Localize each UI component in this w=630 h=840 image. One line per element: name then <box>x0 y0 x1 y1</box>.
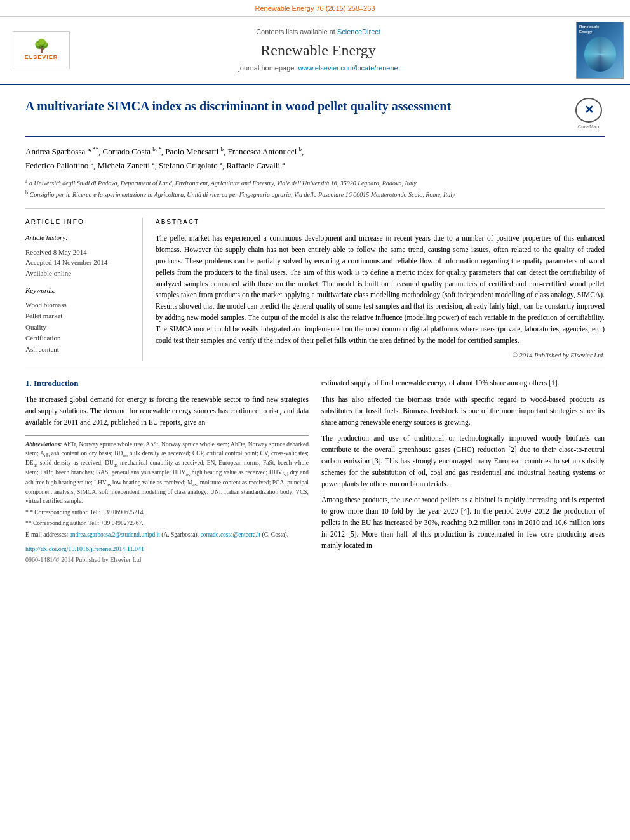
elsevier-wordmark: ELSEVIER <box>25 53 58 62</box>
tree-icon: 🌳 <box>34 39 50 52</box>
keyword-1: Wood biomass <box>25 300 133 311</box>
body-section: 1. Introduction The increased global dem… <box>25 378 605 564</box>
author-costa: Corrado Costa b, *, <box>102 147 163 156</box>
aff-sup-a: a <box>25 178 28 184</box>
keywords-title: Keywords: <box>25 286 133 295</box>
available-online: Available online <box>25 268 133 279</box>
elsevier-logo: 🌳 ELSEVIER <box>13 31 70 69</box>
contents-label: Contents lists available at <box>256 28 335 36</box>
intro-para-5: Among these products, the use of wood pe… <box>321 495 605 551</box>
article-title: A multivariate SIMCA index as discrimina… <box>25 98 451 114</box>
author-grigolato: Stefano Grigolato a, <box>159 161 224 170</box>
journal-title-area: Contents lists available at ScienceDirec… <box>83 22 554 79</box>
corresponding-text-1: * Corresponding author. Tel.: +39 069067… <box>30 509 145 516</box>
contents-available-line: Contents lists available at ScienceDirec… <box>256 27 380 37</box>
crossmark-circle: ✕ <box>575 98 602 122</box>
author-menesatti: Paolo Menesatti b, <box>165 147 225 156</box>
affiliation-a: a a Università degli Studi di Padova, De… <box>25 178 605 188</box>
body-right-col: estimated supply of final renewable ener… <box>321 378 605 564</box>
copyright-line: © 2014 Published by Elsevier Ltd. <box>156 351 605 361</box>
doi-link[interactable]: http://dx.doi.org/10.1016/j.renene.2014.… <box>25 545 144 552</box>
affiliation-b: b Consiglio per la Ricerca e la sperimen… <box>25 189 605 199</box>
cover-graphic <box>584 37 616 72</box>
journal-header: 🌳 ELSEVIER Contents lists available at S… <box>0 17 630 85</box>
intro-number: 1. <box>25 378 32 388</box>
intro-title: 1. Introduction <box>25 378 309 389</box>
authors-section: Andrea Sgarbossa a, **, Corrado Costa b,… <box>25 144 605 172</box>
affiliation-b-text: Consiglio per la Ricerca e la sperimenta… <box>30 191 455 198</box>
abbreviations-block: Abbreviations: AbTr, Norway spruce whole… <box>25 441 309 506</box>
author-zanetti: Michela Zanetti a, <box>98 161 157 170</box>
doi-section: http://dx.doi.org/10.1016/j.renene.2014.… <box>25 545 309 554</box>
received-date: Received 8 May 2014 <box>25 247 133 258</box>
intro-para-4: The production and use of traditional or… <box>321 433 605 490</box>
keywords-section: Keywords: Wood biomass Pellet market Qua… <box>25 286 133 355</box>
affiliation-a-text: a Università degli Studi di Padova, Depa… <box>29 180 417 187</box>
author-sgarbossa: Andrea Sgarbossa a, **, <box>25 147 100 156</box>
email-label: E-mail addresses: <box>25 531 68 538</box>
author-cavalli: Raffaele Cavalli a <box>227 161 285 170</box>
intro-para-3: This has also affected the biomass trade… <box>321 394 605 428</box>
crossmark-label: CrossMark <box>578 124 600 130</box>
abstract-header: ABSTRACT <box>156 218 605 227</box>
article-history-title: Article history: <box>25 233 133 243</box>
journal-cover-image: RenewableEnergy <box>576 22 624 79</box>
intro-label: Introduction <box>34 378 79 388</box>
email-sgarbossa-name: (A. Sgarbossa), <box>161 531 200 538</box>
main-content: A multivariate SIMCA index as discrimina… <box>0 85 630 583</box>
email-sgarbossa[interactable]: andrea.sgarbossa.2@studenti.unipd.it <box>70 531 160 538</box>
abbreviations-text: AbTr, Norway spruce whole tree; AbSt, No… <box>25 441 309 504</box>
journal-bar: Renewable Energy 76 (2015) 258–263 <box>0 0 630 17</box>
homepage-label: journal homepage: <box>238 64 296 72</box>
body-left-col: 1. Introduction The increased global dem… <box>25 378 309 564</box>
sciencedirect-link[interactable]: ScienceDirect <box>337 28 380 36</box>
crossmark-badge[interactable]: ✕ CrossMark <box>573 98 605 130</box>
intro-para-1: The increased global demand for energy i… <box>25 394 309 428</box>
corresponding-2: ** Corresponding author. Tel.: +39 04982… <box>25 519 309 528</box>
intro-para-2: estimated supply of final renewable ener… <box>321 378 605 389</box>
keyword-3: Quality <box>25 322 133 333</box>
homepage-line: journal homepage: www.elsevier.com/locat… <box>238 63 398 73</box>
accepted-date: Accepted 14 November 2014 <box>25 257 133 268</box>
two-column-section: ARTICLE INFO Article history: Received 8… <box>25 218 605 361</box>
corresponding-text-2: Corresponding author. Tel.: +39 04982727… <box>33 520 144 526</box>
abstract-column: ABSTRACT The pellet market has experienc… <box>156 218 605 361</box>
issn-line: 0960-1481/© 2014 Published by Elsevier L… <box>25 556 309 564</box>
article-title-section: A multivariate SIMCA index as discrimina… <box>25 98 605 137</box>
article-info-header: ARTICLE INFO <box>25 218 133 227</box>
corresponding-1: * * Corresponding author. Tel.: +39 0690… <box>25 509 309 517</box>
email-costa-name: (C. Costa). <box>262 531 288 538</box>
author-pallottino: Federico Pallottino b, <box>25 161 95 170</box>
affiliations-section: a a Università degli Studi di Padova, De… <box>25 178 605 210</box>
email-block: E-mail addresses: andrea.sgarbossa.2@stu… <box>25 531 309 540</box>
email-costa[interactable]: corrado.costa@entecra.it <box>201 531 261 538</box>
abbreviations-title: Abbreviations: <box>25 441 62 448</box>
keyword-4: Certification <box>25 333 133 344</box>
journal-cover-area: RenewableEnergy <box>560 22 624 79</box>
author-antonucci: Francesca Antonucci b, <box>228 147 304 156</box>
homepage-link[interactable]: www.elsevier.com/locate/renene <box>298 64 398 72</box>
article-info-column: ARTICLE INFO Article history: Received 8… <box>25 218 143 361</box>
keyword-5: Ash content <box>25 344 133 356</box>
journal-citation: Renewable Energy 76 (2015) 258–263 <box>255 4 375 12</box>
footnotes-section: Abbreviations: AbTr, Norway spruce whole… <box>25 435 309 564</box>
keyword-2: Pellet market <box>25 310 133 322</box>
abstract-text: The pellet market has experienced a cont… <box>156 233 605 346</box>
section-divider <box>25 370 605 370</box>
cover-title: RenewableEnergy <box>579 25 599 34</box>
journal-main-title: Renewable Energy <box>260 40 376 62</box>
corresponding-star-2: ** <box>25 520 33 526</box>
aff-sup-b: b <box>25 190 28 196</box>
publisher-logo-area: 🌳 ELSEVIER <box>6 22 76 79</box>
